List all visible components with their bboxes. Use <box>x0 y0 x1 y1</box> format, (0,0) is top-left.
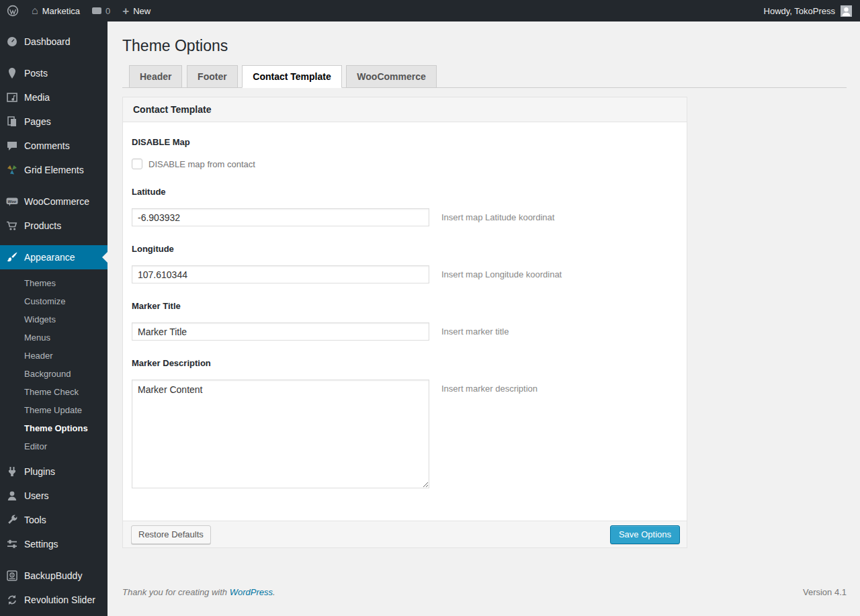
sidebar-item-dashboard[interactable]: Dashboard <box>0 30 108 54</box>
media-icon <box>5 91 19 104</box>
pages-icon <box>5 115 19 128</box>
tab-footer[interactable]: Footer <box>187 65 238 88</box>
marker-title-help: Insert marker title <box>441 322 509 337</box>
marker-description-label: Marker Description <box>132 358 673 368</box>
sidebar-label: Comments <box>24 140 70 152</box>
contact-template-panel: Contact Template DISABLE Map DISABLE map… <box>122 97 687 548</box>
sidebar-label: Media <box>24 91 50 103</box>
submenu-item-editor[interactable]: Editor <box>0 437 108 455</box>
submenu-item-themes[interactable]: Themes <box>0 274 108 292</box>
admin-sidebar: Dashboard Posts Media Pages <box>0 21 108 616</box>
submenu-item-widgets[interactable]: Widgets <box>0 310 108 328</box>
sliders-icon <box>5 537 19 551</box>
admin-bar: ⌂ Marketica 0 + New Howdy, TokoPress <box>0 0 860 21</box>
sidebar-item-plugins[interactable]: Plugins <box>0 459 108 484</box>
wordpress-logo-icon[interactable] <box>0 0 26 21</box>
grid-elements-pinwheel-icon <box>5 163 19 177</box>
submenu-item-header[interactable]: Header <box>0 347 108 365</box>
submenu-item-theme-options[interactable]: Theme Options <box>0 419 108 437</box>
latitude-help: Insert map Latitude koordinat <box>441 208 554 222</box>
disable-map-checkbox[interactable] <box>132 159 142 169</box>
submenu-item-menus[interactable]: Menus <box>0 328 108 347</box>
sidebar-item-woocommerce[interactable]: Woo WooCommerce <box>0 189 108 214</box>
marker-description-textarea[interactable]: Marker Content <box>132 380 429 488</box>
wrench-icon <box>5 513 19 527</box>
page-title: Theme Options <box>122 21 847 57</box>
thanks-suffix: . <box>273 587 275 597</box>
sidebar-label: Products <box>24 220 61 232</box>
submenu-item-theme-check[interactable]: Theme Check <box>0 383 108 401</box>
rotate-arrows-icon <box>5 593 19 607</box>
avatar <box>841 5 852 17</box>
tab-contact-template[interactable]: Contact Template <box>242 65 341 88</box>
page-footer: Thank you for creating with WordPress. V… <box>122 587 847 597</box>
backup-disk-icon <box>5 569 19 582</box>
panel-footer: Restore Defaults Save Options <box>123 521 687 547</box>
sidebar-item-revolution-slider[interactable]: Revolution Slider <box>0 588 108 612</box>
sidebar-item-products[interactable]: Products <box>0 214 108 238</box>
new-label: New <box>133 6 150 16</box>
sidebar-label: Tools <box>24 514 46 526</box>
panel-title: Contact Template <box>123 97 687 122</box>
site-name-link[interactable]: ⌂ Marketica <box>26 0 86 21</box>
longitude-label: Longitude <box>132 244 673 254</box>
paintbrush-icon <box>5 251 19 264</box>
comments-shortcut[interactable]: 0 <box>86 0 116 21</box>
marker-title-input[interactable] <box>132 322 429 341</box>
version-text: Version 4.1 <box>803 587 847 597</box>
wordpress-link[interactable]: WordPress <box>230 587 273 597</box>
submenu-item-customize[interactable]: Customize <box>0 292 108 310</box>
sidebar-label: Revolution Slider <box>24 594 95 606</box>
footer-thanks: Thank you for creating with WordPress. <box>122 587 275 597</box>
sidebar-item-comments[interactable]: Comments <box>0 134 108 158</box>
account-menu[interactable]: Howdy, TokoPress <box>756 0 860 21</box>
plus-icon: + <box>122 5 129 17</box>
sidebar-item-settings[interactable]: Settings <box>0 532 108 556</box>
sidebar-item-appearance[interactable]: Appearance <box>0 245 108 269</box>
user-icon <box>5 489 19 502</box>
thanks-prefix: Thank you for creating with <box>122 587 230 597</box>
submenu-item-theme-update[interactable]: Theme Update <box>0 401 108 419</box>
sidebar-label: Posts <box>24 67 48 79</box>
panel-body: DISABLE Map DISABLE map from contact Lat… <box>123 122 687 521</box>
restore-defaults-button[interactable]: Restore Defaults <box>131 525 211 544</box>
sidebar-item-tools[interactable]: Tools <box>0 508 108 532</box>
latitude-input[interactable] <box>132 208 429 226</box>
cart-icon <box>5 219 19 232</box>
marker-title-label: Marker Title <box>132 301 673 311</box>
sidebar-item-grid-elements[interactable]: Grid Elements <box>0 158 108 182</box>
sidebar-label: Plugins <box>24 466 55 478</box>
plug-icon <box>5 465 19 478</box>
sidebar-item-backupbuddy[interactable]: BackupBuddy <box>0 564 108 588</box>
longitude-help: Insert map Longitude koordinat <box>441 265 562 279</box>
appearance-submenu: Themes Customize Widgets Menus Header Ba… <box>0 269 108 459</box>
sidebar-label: Grid Elements <box>24 164 84 176</box>
howdy-text: Howdy, TokoPress <box>764 6 835 16</box>
sidebar-item-posts[interactable]: Posts <box>0 61 108 85</box>
disable-map-checkbox-row: DISABLE map from contact <box>132 159 673 169</box>
submenu-item-background[interactable]: Background <box>0 365 108 383</box>
woocommerce-badge-icon: Woo <box>5 195 19 208</box>
sidebar-label: Settings <box>24 538 58 550</box>
marker-description-help: Insert marker description <box>441 380 538 394</box>
sidebar-item-users[interactable]: Users <box>0 484 108 508</box>
dashboard-gauge-icon <box>5 35 19 48</box>
sidebar-label: Pages <box>24 116 51 128</box>
comment-bubble-icon <box>92 7 101 14</box>
sidebar-label: Appearance <box>24 251 75 263</box>
sidebar-item-punch-fonts[interactable]: A Punch Fonts <box>0 612 108 616</box>
sidebar-label: Dashboard <box>24 36 71 48</box>
pin-icon <box>5 67 19 80</box>
tab-header[interactable]: Header <box>129 65 182 88</box>
disable-map-label: DISABLE Map <box>132 137 673 147</box>
main-content: Theme Options Header Footer Contact Temp… <box>108 21 860 616</box>
new-content-button[interactable]: + New <box>116 0 157 21</box>
longitude-input[interactable] <box>132 265 429 283</box>
sidebar-label: BackupBuddy <box>24 570 82 582</box>
tab-woocommerce[interactable]: WooCommerce <box>346 65 436 88</box>
sidebar-label: Users <box>24 490 49 502</box>
save-options-button[interactable]: Save Options <box>610 525 680 544</box>
sidebar-item-pages[interactable]: Pages <box>0 109 108 134</box>
svg-text:Woo: Woo <box>8 200 17 204</box>
sidebar-item-media[interactable]: Media <box>0 85 108 109</box>
